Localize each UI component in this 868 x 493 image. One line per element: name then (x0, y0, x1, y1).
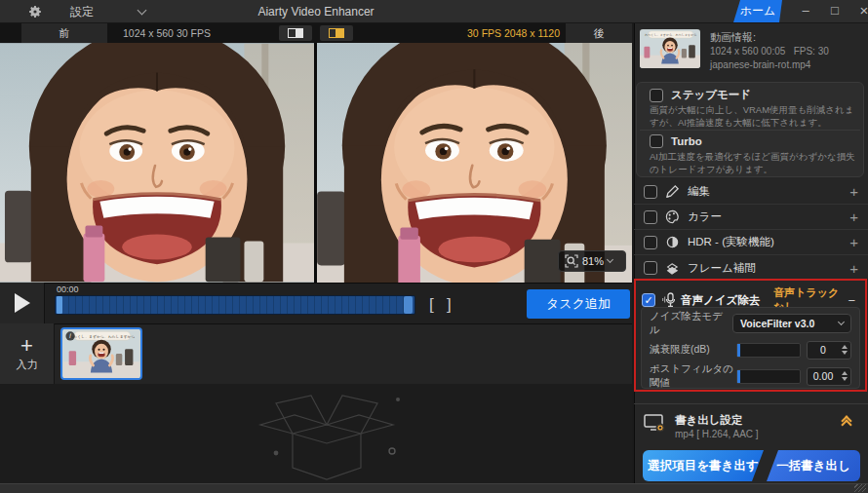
audio-denoise-section: ✓ 音声ノイズ除去 音声トラックなし − ノイズ除去モデル VoiceFilte… (634, 279, 867, 392)
sidebyside-view-icon (329, 28, 344, 38)
export-settings-title[interactable]: 書き出し設定 (675, 413, 743, 428)
step-mode-label: ステップモード (671, 88, 751, 102)
collapse-icon[interactable]: − (848, 293, 857, 308)
app-title: Aiarty Video Enhancer (0, 0, 632, 23)
video-info-filename: japanese-brain-rot.mp4 (710, 59, 810, 70)
magnifier-icon (565, 254, 578, 268)
frame-interp-checkbox[interactable] (644, 261, 657, 275)
trim-end-bracket[interactable]: ] (447, 292, 452, 318)
edit-icon (665, 184, 680, 199)
color-checkbox[interactable] (644, 210, 657, 224)
audio-denoise-label: 音声ノイズ除去 (681, 293, 760, 308)
minimize-button[interactable]: – (792, 0, 819, 22)
hdr-eye-icon (665, 235, 680, 249)
close-button[interactable]: × (850, 0, 868, 22)
palette-icon (665, 209, 680, 224)
timeline-playhead[interactable] (57, 296, 62, 314)
play-icon (15, 293, 30, 313)
denoise-model-label: ノイズ除去モデル (650, 310, 732, 337)
preview-before-image (0, 43, 314, 283)
turbo-row: Turbo (650, 134, 702, 148)
section-edit[interactable]: 編集 + (634, 179, 868, 205)
video-info-thumbnail: わたくし、まずから、わたしますから (640, 29, 700, 68)
threshold-label: ポストフィルタの閾値 (650, 362, 736, 390)
threshold-row: ポストフィルタの閾値 0.00 (650, 366, 851, 386)
add-input-button[interactable]: + 入力 (0, 323, 55, 384)
arrow-up-icon[interactable] (842, 371, 848, 375)
frames-icon (665, 261, 680, 276)
export-selected-button[interactable]: 選択項目を書き出す (643, 450, 764, 481)
add-task-button[interactable]: タスク追加 (527, 289, 630, 319)
denoise-model-dropdown[interactable]: VoiceFilter v3.0 (732, 314, 851, 333)
zoom-level: 81% (582, 255, 604, 267)
before-resolution: 1024 x 560 30 FPS (123, 23, 211, 43)
expand-icon[interactable]: + (849, 260, 858, 277)
input-clip-thumbnail[interactable]: わたくし、まずから、わたしますから i (60, 327, 142, 380)
resize-grip[interactable] (854, 484, 866, 492)
empty-box-icon (239, 390, 414, 487)
zoom-control[interactable]: 81% (558, 250, 626, 272)
split-view-icon (288, 28, 303, 38)
step-mode-row: ステップモード (650, 88, 751, 102)
arrow-down-icon[interactable] (842, 351, 848, 355)
expand-icon[interactable]: + (849, 183, 858, 200)
collapse-up-icon[interactable] (843, 417, 850, 425)
expand-icon[interactable]: + (849, 234, 858, 250)
turbo-checkbox[interactable] (650, 134, 663, 148)
chevron-down-icon (607, 256, 613, 263)
threshold-spinner[interactable]: 0.00 (807, 367, 851, 386)
arrow-up-icon[interactable] (842, 345, 848, 349)
video-info-dimensions: 1024 x 560 00:05 FPS: 30 (710, 46, 829, 57)
threshold-slider[interactable] (736, 369, 801, 384)
attenuation-value: 0 (808, 344, 839, 356)
audio-denoise-card: ノイズ除去モデル VoiceFilter v3.0 減衰限度(dB) 0 ポスト… (641, 307, 860, 389)
section-color[interactable]: カラー + (634, 205, 868, 230)
svg-text:わたくし、まずから、わたしますから: わたくし、まずから、わたしますから (645, 33, 697, 37)
expand-icon[interactable]: + (849, 209, 858, 225)
edit-checkbox[interactable] (644, 185, 657, 199)
chevron-down-icon (838, 319, 845, 325)
turbo-desc: AI加工速度を最適化するほど画質がわずかな損失のトレードオフがあります。 (650, 151, 856, 176)
app-window: 設定 Aiarty Video Enhancer ホーム – □ × 前 102… (0, 0, 868, 493)
export-settings-icon[interactable] (644, 413, 667, 435)
step-mode-desc: 画質が大幅に向上し、VRAM使用量も削減されますが、AI推論速度も大幅に低下され… (650, 104, 856, 130)
attenuation-spinner[interactable]: 0 (807, 341, 851, 360)
card-divider (640, 130, 860, 131)
attenuation-slider[interactable] (736, 343, 801, 358)
threshold-value: 0.00 (808, 370, 839, 382)
denoise-model-value: VoiceFilter v3.0 (740, 318, 839, 329)
timeline-track[interactable] (55, 295, 415, 315)
timeline-time: 00:00 (57, 284, 79, 294)
section-frame-interp[interactable]: フレーム補間 + (634, 255, 868, 281)
attenuation-label: 減衰限度(dB) (650, 343, 736, 357)
section-hdr[interactable]: HDR - (実験機能) + (634, 230, 868, 255)
spinner-arrows[interactable] (839, 371, 850, 381)
arrow-down-icon[interactable] (842, 377, 848, 381)
after-tab[interactable]: 後 (566, 23, 632, 43)
audio-denoise-checkbox[interactable]: ✓ (642, 293, 655, 307)
panel-divider (634, 403, 868, 404)
attenuation-row: 減衰限度(dB) 0 (650, 340, 851, 360)
spinner-arrows[interactable] (839, 345, 850, 355)
horizontal-scrollbar[interactable] (0, 483, 868, 493)
split-view-toggle[interactable] (279, 25, 312, 41)
hdr-checkbox[interactable] (644, 236, 657, 249)
export-format: mp4 [ H.264, AAC ] (675, 429, 759, 439)
preview-after-image (317, 43, 632, 283)
microphone-icon (661, 292, 675, 308)
export-all-button[interactable]: 一括書き出し (767, 450, 860, 481)
timeline-end-handle[interactable] (404, 296, 413, 314)
svg-text:わたくし、まずから、わたしますから: わたくし、まずから、わたしますから (69, 334, 135, 339)
play-button[interactable] (0, 283, 45, 323)
step-mode-checkbox[interactable] (650, 89, 663, 102)
trim-start-bracket[interactable]: [ (429, 292, 434, 318)
turbo-label: Turbo (671, 135, 702, 147)
add-input-label: 入力 (17, 358, 38, 372)
denoise-model-row: ノイズ除去モデル VoiceFilter v3.0 (650, 314, 851, 333)
before-tab[interactable]: 前 (21, 23, 107, 43)
task-list-empty-area (0, 384, 632, 483)
maximize-button[interactable]: □ (821, 0, 848, 22)
home-button[interactable]: ホーム (733, 0, 782, 22)
after-resolution: 30 FPS 2048 x 1120 (441, 23, 560, 43)
sidebyside-view-toggle[interactable] (320, 25, 353, 41)
